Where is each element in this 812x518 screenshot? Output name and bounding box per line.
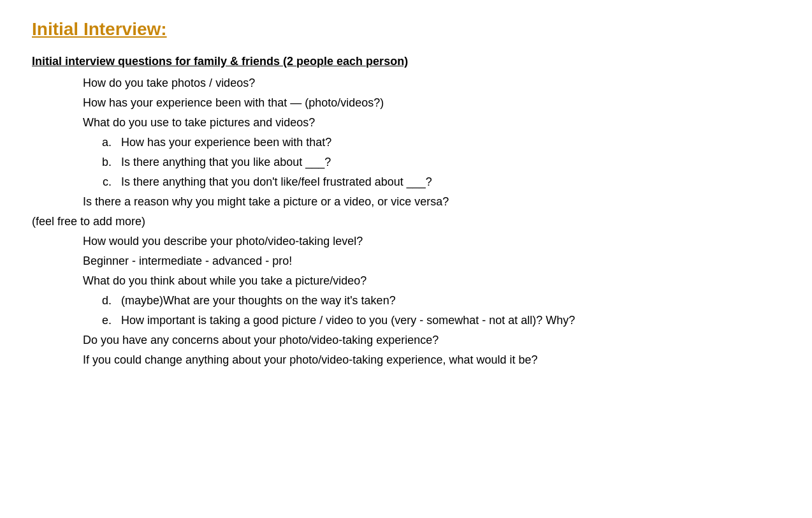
line-8: What do you think about while you take a… bbox=[83, 272, 780, 290]
alpha-item-d: (maybe)What are your thoughts on the way… bbox=[115, 292, 780, 309]
alpha-item-b: Is there anything that you like about __… bbox=[115, 154, 780, 171]
alpha-item-e: How important is taking a good picture /… bbox=[115, 312, 780, 329]
line-10: If you could change anything about your … bbox=[83, 352, 780, 369]
alpha-item-c: Is there anything that you don't like/fe… bbox=[115, 174, 780, 191]
alpha-list-de: (maybe)What are your thoughts on the way… bbox=[32, 292, 780, 329]
line-3: What do you use to take pictures and vid… bbox=[83, 114, 780, 131]
line-7: Beginner - intermediate - advanced - pro… bbox=[83, 253, 780, 270]
page-title: Initial Interview: bbox=[32, 19, 780, 40]
line-6: How would you describe your photo/video-… bbox=[83, 233, 780, 250]
line-4: Is there a reason why you might take a p… bbox=[83, 193, 780, 211]
line-1: How do you take photos / videos? bbox=[83, 75, 780, 92]
line-2: How has your experience been with that —… bbox=[83, 94, 780, 112]
alpha-item-a: How has your experience been with that? bbox=[115, 134, 780, 151]
line-9: Do you have any concerns about your phot… bbox=[83, 332, 780, 349]
section-heading: Initial interview questions for family &… bbox=[32, 55, 780, 68]
line-5: (feel free to add more) bbox=[32, 213, 780, 230]
main-content: Initial interview questions for family &… bbox=[32, 55, 780, 369]
alpha-list-abc: How has your experience been with that? … bbox=[32, 134, 780, 191]
